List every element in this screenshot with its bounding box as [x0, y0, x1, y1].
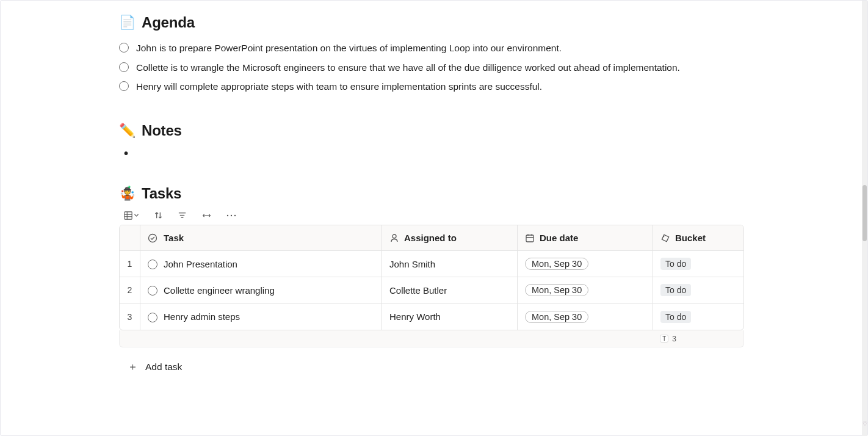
row-number: 3 [120, 303, 140, 330]
view-switch-button[interactable] [124, 211, 139, 220]
agenda-item[interactable]: John is to prepare PowerPoint presentati… [119, 38, 748, 58]
agenda-item[interactable]: Henry will complete appropriate steps wi… [119, 77, 748, 96]
svg-point-9 [234, 214, 236, 216]
agenda-title: Agenda [142, 14, 195, 31]
assigned-cell[interactable]: Henry Worth [382, 303, 518, 330]
svg-point-16 [664, 236, 665, 237]
task-table-toolbar [124, 211, 748, 220]
task-table: Task Assigned to Due date Bucket [119, 225, 744, 330]
due-date-pill[interactable]: Mon, Sep 30 [525, 258, 588, 270]
bucket-pill[interactable]: To do [660, 284, 691, 296]
notes-title: Notes [142, 122, 182, 139]
task-table-header: Task Assigned to Due date Bucket [120, 225, 743, 251]
corner-decoration: ♡ [863, 421, 867, 427]
more-button[interactable] [226, 212, 236, 219]
person-icon [389, 233, 399, 243]
plus-icon: ＋ [128, 360, 138, 374]
agenda-item-text: Collette is to wrangle the Microsoft eng… [136, 61, 680, 74]
tasks-heading[interactable]: 🤹 Tasks [119, 185, 748, 202]
task-cell[interactable]: Collette engineer wrangling [140, 277, 382, 303]
table-summary-row: T 3 [119, 330, 744, 347]
row-number: 1 [120, 251, 140, 277]
agenda-item-text: Henry will complete appropriate steps wi… [136, 80, 542, 93]
more-icon [226, 212, 236, 219]
bucket-cell[interactable]: To do [653, 251, 743, 277]
agenda-heading[interactable]: 📄 Agenda [119, 14, 748, 31]
task-name: John Presentation [164, 259, 237, 269]
agenda-item[interactable]: Collette is to wrangle the Microsoft eng… [119, 58, 748, 78]
task-name: Collette engineer wrangling [164, 285, 275, 296]
assigned-name: Collette Butler [389, 285, 447, 296]
table-row[interactable]: 2 Collette engineer wrangling Collette B… [120, 277, 743, 303]
assigned-cell[interactable]: Collette Butler [382, 277, 518, 303]
due-column-header[interactable]: Due date [518, 225, 653, 250]
assigned-header-label: Assigned to [404, 233, 457, 243]
task-header-label: Task [164, 233, 184, 243]
page-container: ♡ 📄 Agenda John is to prepare PowerPoint… [0, 0, 868, 436]
task-checkbox-icon[interactable] [148, 260, 157, 269]
assigned-name: John Smith [389, 259, 435, 269]
summary-badge: T [660, 335, 668, 343]
due-date-pill[interactable]: Mon, Sep 30 [525, 284, 588, 296]
notes-empty-bullet[interactable]: • [124, 147, 748, 161]
tasks-title: Tasks [142, 185, 181, 202]
assigned-cell[interactable]: John Smith [382, 251, 518, 277]
svg-rect-0 [125, 211, 132, 219]
bucket-cell[interactable]: To do [653, 303, 743, 330]
checkbox-circle-icon[interactable] [119, 62, 129, 72]
checkbox-circle-icon[interactable] [119, 43, 129, 53]
due-cell[interactable]: Mon, Sep 30 [518, 303, 653, 330]
task-column-header[interactable]: Task [140, 225, 382, 250]
check-circle-icon [148, 233, 157, 243]
tasks-section: 🤹 Tasks [119, 185, 748, 374]
bucket-pill[interactable]: To do [660, 258, 691, 270]
task-cell[interactable]: Henry admin steps [140, 303, 382, 330]
sort-icon [154, 211, 163, 220]
document-emoji-icon: 📄 [119, 16, 136, 29]
row-number: 2 [120, 277, 140, 303]
svg-rect-12 [526, 235, 533, 242]
svg-point-8 [231, 214, 232, 216]
grid-icon [124, 211, 132, 220]
document-content: 📄 Agenda John is to prepare PowerPoint p… [119, 14, 748, 374]
task-cell[interactable]: John Presentation [140, 251, 382, 277]
due-date-pill[interactable]: Mon, Sep 30 [525, 311, 588, 323]
svg-point-7 [227, 214, 228, 216]
table-row[interactable]: 1 John Presentation John Smith Mon, Sep … [120, 251, 743, 277]
agenda-checklist: John is to prepare PowerPoint presentati… [119, 38, 748, 96]
due-header-label: Due date [540, 233, 578, 243]
task-checkbox-icon[interactable] [148, 286, 157, 296]
due-cell[interactable]: Mon, Sep 30 [518, 277, 653, 303]
assigned-column-header[interactable]: Assigned to [382, 225, 518, 250]
horizontal-arrows-icon [201, 212, 212, 219]
expand-button[interactable] [201, 212, 212, 219]
calendar-icon [525, 233, 535, 243]
vertical-scroll-thumb[interactable] [863, 185, 867, 241]
notes-heading[interactable]: ✏️ Notes [119, 122, 748, 139]
pencil-emoji-icon: ✏️ [119, 124, 136, 137]
summary-count: 3 [672, 335, 676, 343]
agenda-section: 📄 Agenda John is to prepare PowerPoint p… [119, 14, 748, 96]
filter-button[interactable] [178, 211, 187, 220]
bucket-header-label: Bucket [675, 233, 706, 243]
add-task-label: Add task [145, 362, 182, 372]
checkbox-circle-icon[interactable] [119, 81, 129, 91]
table-row[interactable]: 3 Henry admin steps Henry Worth Mon, Sep… [120, 303, 743, 330]
agenda-item-text: John is to prepare PowerPoint presentati… [136, 42, 562, 55]
notes-section: ✏️ Notes • [119, 122, 748, 161]
task-name: Henry admin steps [164, 311, 240, 322]
sort-button[interactable] [154, 211, 163, 220]
bucket-pill[interactable]: To do [660, 311, 691, 323]
add-task-button[interactable]: ＋ Add task [128, 360, 748, 374]
due-cell[interactable]: Mon, Sep 30 [518, 251, 653, 277]
svg-point-11 [392, 234, 396, 238]
svg-point-10 [149, 234, 157, 242]
task-checkbox-icon[interactable] [148, 313, 157, 322]
chevron-down-icon [134, 213, 139, 218]
bucket-cell[interactable]: To do [653, 277, 743, 303]
assigned-name: Henry Worth [389, 311, 441, 322]
row-number-header [120, 225, 140, 250]
juggler-emoji-icon: 🤹 [119, 187, 136, 200]
tag-icon [660, 233, 670, 243]
bucket-column-header[interactable]: Bucket [653, 225, 743, 250]
